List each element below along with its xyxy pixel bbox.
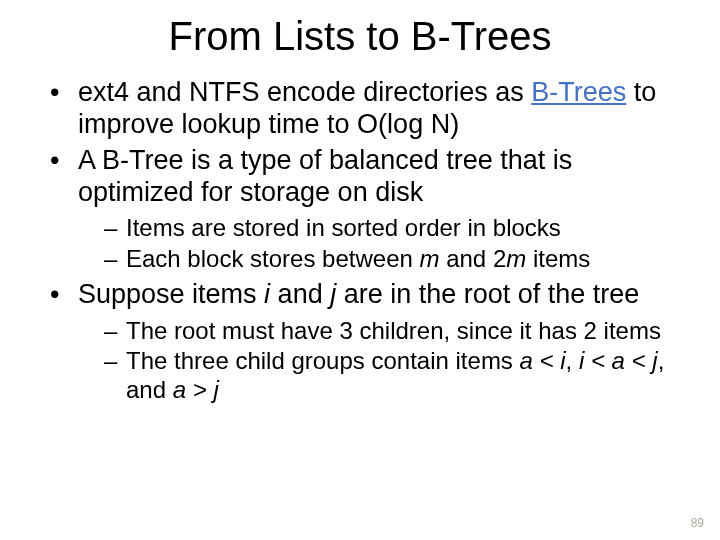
sub-list: Items are stored in sorted order in bloc…: [104, 214, 682, 273]
slide: From Lists to B-Trees ext4 and NTFS enco…: [0, 0, 720, 540]
text: Each block stores between: [126, 245, 420, 272]
sub-item: Each block stores between m and 2m items: [104, 245, 682, 273]
text: are in the root of the tree: [336, 279, 639, 309]
text: and: [270, 279, 330, 309]
expr: a < i: [520, 347, 566, 374]
text: ,: [566, 347, 579, 374]
text: The root must have 3 children, since it …: [126, 317, 661, 344]
text: ext4 and NTFS encode directories as: [78, 77, 531, 107]
text: and 2: [440, 245, 507, 272]
bullet-list: ext4 and NTFS encode directories as B-Tr…: [50, 77, 682, 404]
page-number: 89: [691, 516, 704, 530]
var-m: m: [506, 245, 526, 272]
var-m: m: [420, 245, 440, 272]
link-btrees[interactable]: B-Trees: [531, 77, 626, 107]
expr: a > j: [173, 376, 219, 403]
slide-title: From Lists to B-Trees: [0, 14, 720, 59]
bullet-item: A B-Tree is a type of balanced tree that…: [50, 145, 682, 273]
text: Suppose items: [78, 279, 264, 309]
text: The three child groups contain items: [126, 347, 520, 374]
bullet-item: Suppose items i and j are in the root of…: [50, 279, 682, 404]
text: A B-Tree is a type of balanced tree that…: [78, 145, 572, 207]
sub-item: Items are stored in sorted order in bloc…: [104, 214, 682, 242]
text: Items are stored in sorted order in bloc…: [126, 214, 561, 241]
sub-item: The root must have 3 children, since it …: [104, 317, 682, 345]
sub-list: The root must have 3 children, since it …: [104, 317, 682, 404]
expr: i < a < j: [579, 347, 658, 374]
bullet-item: ext4 and NTFS encode directories as B-Tr…: [50, 77, 682, 141]
sub-item: The three child groups contain items a <…: [104, 347, 682, 404]
text: items: [526, 245, 590, 272]
